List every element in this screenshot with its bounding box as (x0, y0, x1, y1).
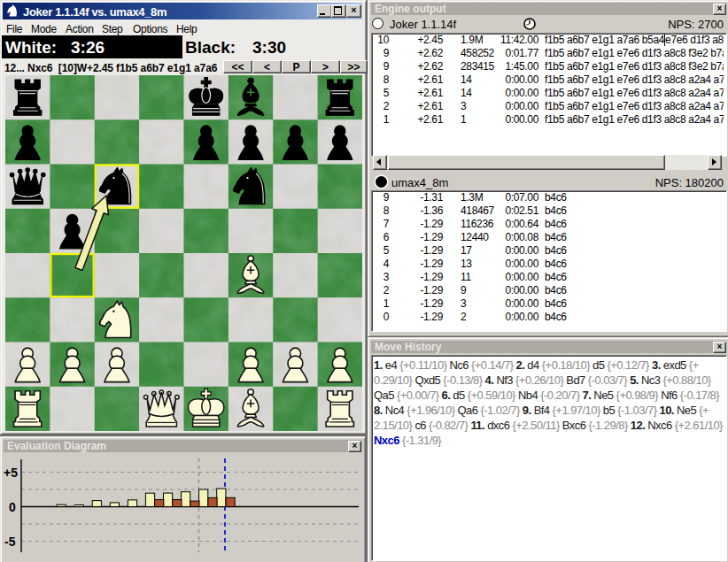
svg-text:0: 0 (9, 500, 16, 514)
svg-text:+5: +5 (4, 466, 18, 480)
svg-text:-5: -5 (4, 535, 16, 549)
